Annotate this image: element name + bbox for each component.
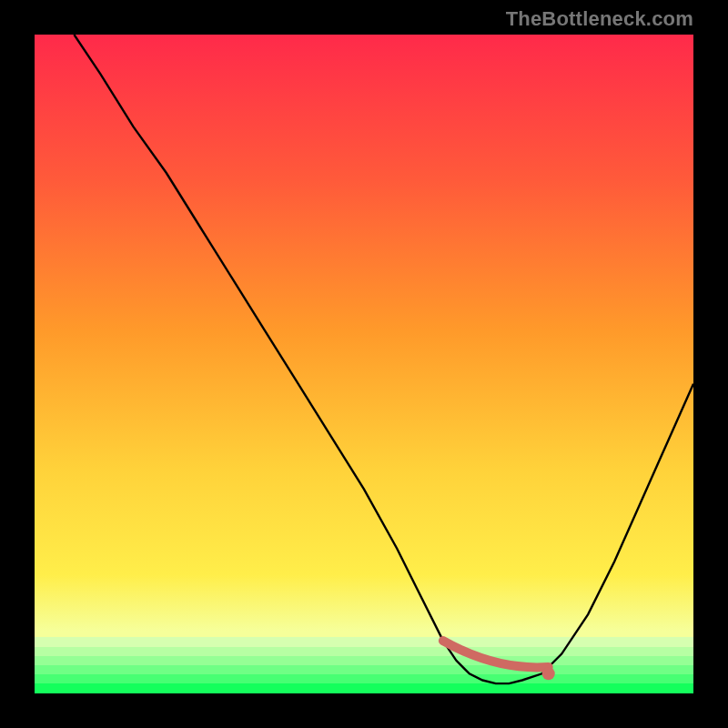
svg-rect-2 <box>35 647 693 656</box>
svg-rect-3 <box>35 656 693 665</box>
svg-rect-0 <box>35 35 693 693</box>
svg-rect-1 <box>35 637 693 647</box>
svg-rect-5 <box>35 674 693 683</box>
svg-rect-4 <box>35 665 693 674</box>
heat-gradient <box>35 35 693 693</box>
svg-rect-6 <box>35 683 693 693</box>
plot-area <box>35 35 693 693</box>
chart-stage: TheBottleneck.com <box>0 0 728 728</box>
brand-watermark: TheBottleneck.com <box>506 7 693 31</box>
